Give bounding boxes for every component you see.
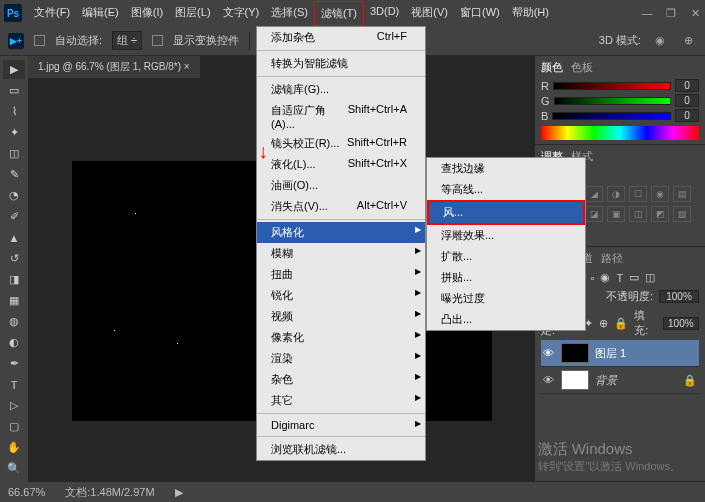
adj-icon[interactable]: ▤ [673, 186, 691, 202]
path-tool[interactable]: ▷ [3, 396, 25, 415]
menu-help[interactable]: 帮助(H) [506, 1, 555, 26]
menu-other[interactable]: 其它 [257, 390, 425, 411]
menu-edit[interactable]: 编辑(E) [76, 1, 125, 26]
zoom-tool[interactable]: 🔍 [3, 459, 25, 478]
adj-icon[interactable]: ▨ [673, 206, 691, 222]
adj-icon[interactable]: ◪ [585, 206, 603, 222]
filter-icon[interactable]: ◉ [600, 271, 610, 284]
menu-browse-online[interactable]: 浏览联机滤镜... [257, 439, 425, 460]
type-tool[interactable]: T [3, 375, 25, 394]
menu-emboss[interactable]: 浮雕效果... [427, 225, 585, 246]
document-tab[interactable]: 1.jpg @ 66.7% (图层 1, RGB/8*) × [28, 56, 200, 79]
layer-row[interactable]: 👁图层 1 [541, 340, 699, 367]
menu-image[interactable]: 图像(I) [125, 1, 169, 26]
auto-select-target[interactable]: 组 ÷ [112, 31, 142, 50]
r-slider[interactable] [553, 82, 671, 90]
dodge-tool[interactable]: ◐ [3, 333, 25, 352]
gradient-tool[interactable]: ▦ [3, 291, 25, 310]
menu-tiles[interactable]: 拼贴... [427, 267, 585, 288]
menu-find-edges[interactable]: 查找边缘 [427, 158, 585, 179]
menu-sharpen[interactable]: 锐化 [257, 285, 425, 306]
menu-view[interactable]: 视图(V) [405, 1, 454, 26]
menu-oil-paint[interactable]: 油画(O)... [257, 175, 425, 196]
menu-diffuse[interactable]: 扩散... [427, 246, 585, 267]
b-slider[interactable] [552, 112, 671, 120]
visibility-icon[interactable]: 👁 [543, 374, 555, 386]
menu-type[interactable]: 文字(Y) [217, 1, 266, 26]
eyedropper-tool[interactable]: ✎ [3, 165, 25, 184]
menu-lens-correct[interactable]: 镜头校正(R)...Shift+Ctrl+R [257, 133, 425, 154]
swatch-tab[interactable]: 色板 [571, 60, 593, 75]
menu-layer[interactable]: 图层(L) [169, 1, 216, 26]
menu-solarize[interactable]: 曝光过度 [427, 288, 585, 309]
move-tool[interactable]: ▶ [3, 60, 25, 79]
menu-blur[interactable]: 模糊 [257, 243, 425, 264]
adj-icon[interactable]: ☐ [629, 186, 647, 202]
menu-repeat-filter[interactable]: 添加杂色Ctrl+F [257, 27, 425, 48]
history-brush-tool[interactable]: ↺ [3, 249, 25, 268]
menu-window[interactable]: 窗口(W) [454, 1, 506, 26]
visibility-icon[interactable]: 👁 [543, 347, 555, 359]
menu-distort[interactable]: 扭曲 [257, 264, 425, 285]
stamp-tool[interactable]: ▲ [3, 228, 25, 247]
paths-tab[interactable]: 路径 [601, 251, 623, 266]
menu-video[interactable]: 视频 [257, 306, 425, 327]
adj-icon[interactable]: ◩ [651, 206, 669, 222]
crop-tool[interactable]: ◫ [3, 144, 25, 163]
doc-size[interactable]: 文档:1.48M/2.97M [65, 485, 154, 500]
auto-select-checkbox[interactable] [34, 35, 45, 46]
menu-vanishing-point[interactable]: 消失点(V)...Alt+Ctrl+V [257, 196, 425, 217]
menu-liquify[interactable]: 液化(L)...Shift+Ctrl+X [257, 154, 425, 175]
3d-icon[interactable]: ◉ [651, 32, 669, 50]
menu-3d[interactable]: 3D(D) [364, 1, 405, 26]
heal-tool[interactable]: ◔ [3, 186, 25, 205]
color-tab[interactable]: 颜色 [541, 60, 563, 75]
filter-icon[interactable]: ▭ [629, 271, 639, 284]
opacity-value[interactable]: 100% [659, 290, 699, 303]
menu-adaptive-wide[interactable]: 自适应广角(A)...Shift+Ctrl+A [257, 100, 425, 133]
show-transform-checkbox[interactable] [152, 35, 163, 46]
pen-tool[interactable]: ✒ [3, 354, 25, 373]
menu-filter[interactable]: 滤镜(T) [314, 1, 364, 26]
menu-select[interactable]: 选择(S) [265, 1, 314, 26]
maximize-icon[interactable]: ❐ [665, 7, 677, 20]
lasso-tool[interactable]: ⌇ [3, 102, 25, 121]
menu-wind[interactable]: 风... [427, 200, 585, 225]
g-slider[interactable] [554, 97, 671, 105]
hand-tool[interactable]: ✋ [3, 438, 25, 457]
move-tool-icon[interactable]: ▶+ [8, 33, 24, 49]
menu-file[interactable]: 文件(F) [28, 1, 76, 26]
menu-noise[interactable]: 杂色 [257, 369, 425, 390]
adj-icon[interactable]: ◢ [585, 186, 603, 202]
layer-row[interactable]: 👁背景🔒 [541, 367, 699, 394]
shape-tool[interactable]: ▢ [3, 417, 25, 436]
lock-icon[interactable]: 🔒 [614, 317, 628, 330]
r-value[interactable]: 0 [675, 79, 699, 92]
chevron-right-icon[interactable]: ▶ [175, 486, 183, 499]
menu-extrude[interactable]: 凸出... [427, 309, 585, 330]
b-value[interactable]: 0 [675, 109, 699, 122]
filter-icon[interactable]: T [616, 272, 623, 284]
menu-pixelate[interactable]: 像素化 [257, 327, 425, 348]
eraser-tool[interactable]: ◨ [3, 270, 25, 289]
brush-tool[interactable]: ✐ [3, 207, 25, 226]
lock-icon[interactable]: ⊕ [599, 317, 608, 330]
menu-digimarc[interactable]: Digimarc [257, 416, 425, 434]
menu-filter-gallery[interactable]: 滤镜库(G)... [257, 79, 425, 100]
filter-icon[interactable]: ◫ [645, 271, 655, 284]
adj-icon[interactable]: ◉ [651, 186, 669, 202]
marquee-tool[interactable]: ▭ [3, 81, 25, 100]
adj-icon[interactable]: ▣ [607, 206, 625, 222]
3d-icon[interactable]: ⊕ [679, 32, 697, 50]
filter-icon[interactable]: ▫ [591, 272, 595, 284]
menu-render[interactable]: 渲染 [257, 348, 425, 369]
menu-contour[interactable]: 等高线... [427, 179, 585, 200]
minimize-icon[interactable]: — [641, 7, 653, 20]
menu-stylize[interactable]: 风格化 [257, 222, 425, 243]
g-value[interactable]: 0 [675, 94, 699, 107]
adj-icon[interactable]: ◫ [629, 206, 647, 222]
adj-icon[interactable]: ◑ [607, 186, 625, 202]
blur-tool[interactable]: ◍ [3, 312, 25, 331]
wand-tool[interactable]: ✦ [3, 123, 25, 142]
spectrum[interactable] [541, 126, 699, 140]
